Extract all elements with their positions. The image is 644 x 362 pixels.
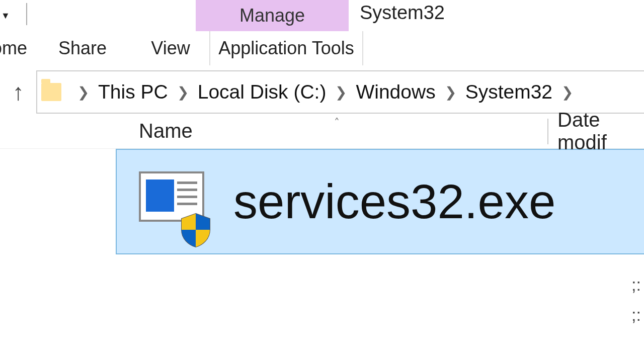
chevron-right-icon: ❯: [177, 84, 189, 101]
file-row[interactable]: services32.exe: [116, 149, 644, 254]
separator: [26, 3, 27, 25]
ribbon-context-tab-manage[interactable]: Manage: [196, 0, 349, 31]
executable-icon: [139, 171, 209, 232]
chevron-right-icon: ❯: [561, 84, 573, 101]
column-header-date-modified[interactable]: Date modif: [557, 109, 644, 154]
ribbon-tab-home[interactable]: ome: [0, 38, 32, 59]
file-name: services32.exe: [233, 174, 555, 229]
spacer: [27, 0, 196, 31]
folder-icon: [41, 83, 61, 101]
breadcrumb-item[interactable]: This PC: [98, 81, 168, 103]
sort-indicator-icon: ˄: [334, 117, 340, 130]
partial-text: ;: ;:: [631, 269, 641, 330]
ribbon-tab-application-tools[interactable]: Application Tools: [209, 31, 363, 65]
uac-shield-icon: [179, 204, 212, 239]
ribbon-tab-share[interactable]: Share: [32, 38, 133, 59]
arrow-up-icon: ↑: [13, 78, 24, 106]
chevron-right-icon: ❯: [77, 84, 89, 101]
quick-access-toolbar[interactable]: ▼: [0, 0, 27, 31]
column-header-name[interactable]: Name: [139, 120, 193, 142]
breadcrumb-item[interactable]: System32: [465, 81, 552, 103]
breadcrumb-item[interactable]: Local Disk (C:): [198, 81, 327, 103]
chevron-right-icon: ❯: [445, 84, 456, 101]
window-title: System32: [349, 0, 644, 31]
ribbon-tab-view[interactable]: View: [133, 38, 208, 59]
column-divider[interactable]: [547, 119, 548, 144]
chevron-down-icon[interactable]: ▼: [1, 11, 10, 21]
chevron-right-icon: ❯: [335, 84, 347, 101]
up-button[interactable]: ↑: [0, 78, 36, 106]
breadcrumb-item[interactable]: Windows: [356, 81, 435, 103]
breadcrumb[interactable]: ❯ This PC ❯ Local Disk (C:) ❯ Windows ❯ …: [36, 70, 644, 114]
